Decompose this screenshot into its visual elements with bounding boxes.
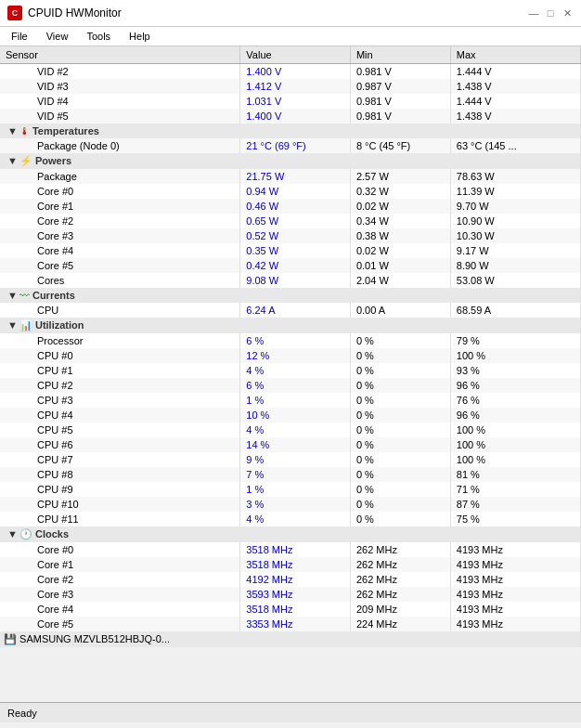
sensor-min-cell: 0.981 V xyxy=(350,94,450,109)
sensor-max-cell: 63 °C (145 ... xyxy=(450,138,580,153)
sensor-min-cell: 0 % xyxy=(350,393,450,408)
table-row: Core #30.52 W0.38 W10.30 W xyxy=(0,228,581,243)
title-bar-left: C CPUID HWMonitor xyxy=(7,6,122,20)
sensor-min-cell: 0.38 W xyxy=(350,228,450,243)
sensor-name-cell: Core #3 xyxy=(0,587,240,602)
sensor-max-cell: 1.438 V xyxy=(450,109,580,124)
sensor-max-cell: 96 % xyxy=(450,378,580,393)
sensor-max-cell: 78.63 W xyxy=(450,169,580,184)
sensor-name-cell: VID #5 xyxy=(0,109,240,124)
table-row: CPU #54 %0 %100 % xyxy=(0,422,581,437)
menu-item-help[interactable]: Help xyxy=(125,29,154,44)
table-row: Core #03518 MHz262 MHz4193 MHz xyxy=(0,542,581,557)
sensor-value-cell: 1 % xyxy=(240,393,351,408)
sensor-value-cell: 3518 MHz xyxy=(240,602,351,617)
sensor-min-cell: 0 % xyxy=(350,482,450,497)
sensor-max-cell: 4193 MHz xyxy=(450,602,580,617)
sensor-value-cell: 4192 MHz xyxy=(240,572,351,587)
section-header-cell: ▼🕐 Clocks xyxy=(0,526,581,542)
sensor-name-cell: Core #4 xyxy=(0,243,240,258)
sensor-name-cell: Core #0 xyxy=(0,184,240,199)
sensor-max-cell: 93 % xyxy=(450,363,580,378)
sensor-min-cell: 0.34 W xyxy=(350,214,450,228)
sensor-name-cell: Core #1 xyxy=(0,557,240,572)
sensor-value-cell: 14 % xyxy=(240,437,351,452)
table-row: CPU #87 %0 %81 % xyxy=(0,467,581,482)
sensor-max-cell: 100 % xyxy=(450,422,580,437)
sensor-name-cell: Package (Node 0) xyxy=(0,138,240,153)
sensor-value-cell: 0.42 W xyxy=(240,258,351,273)
sensor-min-cell: 262 MHz xyxy=(350,572,450,587)
table-row: Processor6 %0 %79 % xyxy=(0,333,581,348)
sensor-value-cell: 1.400 V xyxy=(240,109,351,124)
sensor-name-cell: VID #2 xyxy=(0,64,240,80)
menu-item-file[interactable]: File xyxy=(7,29,32,44)
sensor-max-cell: 76 % xyxy=(450,393,580,408)
sensor-name-cell: CPU #4 xyxy=(0,408,240,422)
sensor-name-cell: Core #0 xyxy=(0,542,240,557)
sensor-max-cell: 4193 MHz xyxy=(450,587,580,602)
sensor-value-cell: 21.75 W xyxy=(240,169,351,184)
sensor-min-cell: 0 % xyxy=(350,333,450,348)
sensor-value-cell: 12 % xyxy=(240,348,351,363)
table-row: CPU #114 %0 %75 % xyxy=(0,512,581,526)
sensor-value-cell: 1.031 V xyxy=(240,94,351,109)
sensor-name-cell: CPU #10 xyxy=(0,497,240,512)
bottom-device-cell: 💾 SAMSUNG MZVLB512HBJQ-0... xyxy=(0,631,581,647)
sensor-value-cell: 3518 MHz xyxy=(240,557,351,572)
table-row: Core #53353 MHz224 MHz4193 MHz xyxy=(0,617,581,631)
table-row: 💾 SAMSUNG MZVLB512HBJQ-0... xyxy=(0,631,581,647)
sensor-name-cell: CPU #7 xyxy=(0,452,240,467)
menu-item-view[interactable]: View xyxy=(43,29,72,44)
sensor-name-cell: VID #4 xyxy=(0,94,240,109)
sensor-name-cell: Package xyxy=(0,169,240,184)
table-row: CPU #31 %0 %76 % xyxy=(0,393,581,408)
table-row: CPU #410 %0 %96 % xyxy=(0,408,581,422)
minimize-button[interactable]: — xyxy=(527,6,540,20)
sensor-value-cell: 6.24 A xyxy=(240,303,351,318)
title-bar: C CPUID HWMonitor — □ ✕ xyxy=(0,0,581,27)
sensor-max-cell: 68.59 A xyxy=(450,303,580,318)
sensor-value-cell: 4 % xyxy=(240,363,351,378)
sensor-name-cell: Processor xyxy=(0,333,240,348)
sensor-value-cell: 10 % xyxy=(240,408,351,422)
title-bar-controls: — □ ✕ xyxy=(527,6,574,20)
sensor-min-cell: 262 MHz xyxy=(350,542,450,557)
sensor-name-cell: Core #5 xyxy=(0,617,240,631)
sensor-min-cell: 0 % xyxy=(350,408,450,422)
sensor-value-cell: 3593 MHz xyxy=(240,587,351,602)
sensor-value-cell: 4 % xyxy=(240,422,351,437)
close-button[interactable]: ✕ xyxy=(561,6,574,20)
sensor-value-cell: 0.65 W xyxy=(240,214,351,228)
maximize-button[interactable]: □ xyxy=(544,6,557,20)
sensor-min-cell: 8 °C (45 °F) xyxy=(350,138,450,153)
sensor-name-cell: Cores xyxy=(0,273,240,288)
table-row: Package (Node 0)21 °C (69 °F)8 °C (45 °F… xyxy=(0,138,581,153)
sensor-max-cell: 81 % xyxy=(450,467,580,482)
table-row: Core #43518 MHz209 MHz4193 MHz xyxy=(0,602,581,617)
sensor-value-cell: 3518 MHz xyxy=(240,542,351,557)
table-row: ▼⚡ Powers xyxy=(0,153,581,169)
table-row: CPU6.24 A0.00 A68.59 A xyxy=(0,303,581,318)
status-text: Ready xyxy=(7,708,37,719)
sensor-max-cell: 4193 MHz xyxy=(450,542,580,557)
sensor-value-cell: 1.400 V xyxy=(240,64,351,80)
sensor-max-cell: 53.08 W xyxy=(450,273,580,288)
sensor-max-cell: 100 % xyxy=(450,452,580,467)
sensor-max-cell: 4193 MHz xyxy=(450,557,580,572)
table-row: CPU #14 %0 %93 % xyxy=(0,363,581,378)
table-row: ▼🌡 Temperatures xyxy=(0,124,581,138)
sensor-name-cell: Core #2 xyxy=(0,572,240,587)
sensor-min-cell: 0 % xyxy=(350,422,450,437)
sensor-table-wrapper[interactable]: Sensor Value Min Max VID #21.400 V0.981 … xyxy=(0,46,581,702)
sensor-max-cell: 71 % xyxy=(450,482,580,497)
sensor-min-cell: 0 % xyxy=(350,452,450,467)
table-row: VID #31.412 V0.987 V1.438 V xyxy=(0,79,581,94)
sensor-max-cell: 8.90 W xyxy=(450,258,580,273)
table-row: Cores9.08 W2.04 W53.08 W xyxy=(0,273,581,288)
sensor-min-cell: 0.01 W xyxy=(350,258,450,273)
sensor-min-cell: 0.32 W xyxy=(350,184,450,199)
sensor-value-cell: 3 % xyxy=(240,497,351,512)
menu-item-tools[interactable]: Tools xyxy=(83,29,114,44)
sensor-value-cell: 7 % xyxy=(240,467,351,482)
